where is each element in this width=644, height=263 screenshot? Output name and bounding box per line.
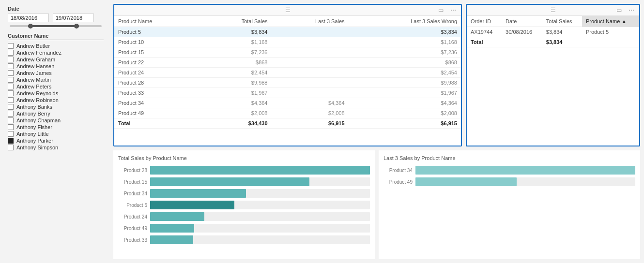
customer-name: Andrew Reynolds — [16, 90, 58, 96]
customer-checkbox[interactable] — [8, 50, 14, 56]
customer-name: Anthony Fisher — [16, 124, 52, 130]
customer-checkbox[interactable] — [8, 117, 14, 123]
customer-item[interactable]: Andrew James — [8, 70, 104, 76]
date-start-input[interactable]: 18/08/2016 — [8, 14, 49, 22]
col-date: Date — [502, 16, 542, 27]
date-slider[interactable] — [10, 25, 102, 27]
table-row[interactable]: Product 28$9,988$9,988 — [114, 78, 461, 88]
table-row[interactable]: Product 10$1,168$1,168 — [114, 37, 461, 47]
detail-row[interactable]: AX1974430/08/2016$3,834Product 5 — [467, 27, 639, 37]
customer-checkbox[interactable] — [8, 145, 14, 150]
customer-item[interactable]: Anthony Banks — [8, 104, 104, 110]
detail-table-icon: ☰ — [551, 7, 556, 14]
main-table-panel: ☰ ⋯ ▭ Product Name Total Sales Last 3 Sa… — [113, 4, 462, 146]
bar-row: Product 33 — [118, 235, 370, 244]
customer-name: Andrew Graham — [16, 57, 55, 62]
top-row: ☰ ⋯ ▭ Product Name Total Sales Last 3 Sa… — [113, 4, 640, 146]
customer-checkbox[interactable] — [8, 104, 14, 110]
customer-checkbox[interactable] — [8, 131, 14, 137]
customer-item[interactable]: Anthony Berry — [8, 111, 104, 117]
bottom-row: Total Sales by Product Name Product 28Pr… — [113, 150, 640, 259]
bar-background — [415, 177, 635, 186]
customer-name: Anthony Banks — [16, 104, 52, 110]
detail-more-options[interactable]: ⋯ — [629, 7, 635, 14]
bar-label: Product 5 — [118, 203, 147, 208]
expand-icon[interactable]: ▭ — [438, 7, 444, 14]
customer-item[interactable]: Anthony Simpson — [8, 145, 104, 150]
slider-thumb-left[interactable] — [28, 24, 33, 29]
bar-row: Product 49 — [118, 224, 370, 233]
right-bar-chart: Product 34Product 49 — [383, 166, 635, 186]
detail-expand-icon[interactable]: ▭ — [616, 7, 622, 14]
table-row[interactable]: Product 24$2,454$2,454 — [114, 68, 461, 78]
more-options-icon[interactable]: ⋯ — [450, 7, 457, 14]
col-order-id: Order ID — [467, 16, 502, 27]
customer-checkbox[interactable] — [8, 90, 14, 96]
customer-item[interactable]: Andrew Hansen — [8, 63, 104, 69]
table-row[interactable]: Product 22$868$868 — [114, 58, 461, 68]
bar-background — [150, 166, 370, 175]
customer-checkbox[interactable] — [8, 138, 14, 144]
customer-name: Andrew Robinson — [16, 97, 59, 103]
bar-label: Product 34 — [383, 168, 413, 173]
bar-row: Product 34 — [383, 166, 635, 175]
bar-row: Product 28 — [118, 166, 370, 175]
customer-name: Anthony Chapman — [16, 117, 61, 123]
table-header-row: Product Name Total Sales Last 3 Sales La… — [114, 16, 461, 27]
customer-name: Anthony Berry — [16, 111, 50, 117]
table-row[interactable]: Product 34$4,364$4,364$4,364 — [114, 98, 461, 108]
customer-checkbox[interactable] — [8, 57, 14, 62]
customer-checkbox[interactable] — [8, 84, 14, 89]
bar-fill — [150, 189, 246, 198]
table-row[interactable]: Product 5$3,834$3,834 — [114, 27, 461, 37]
left-chart-title: Total Sales by Product Name — [118, 155, 370, 161]
customer-item[interactable]: Andrew Fernandez — [8, 50, 104, 56]
customer-name: Anthony Simpson — [16, 145, 58, 150]
main-table: Product Name Total Sales Last 3 Sales La… — [114, 16, 461, 129]
col-product-name: Product Name — [114, 16, 201, 27]
bar-fill — [150, 235, 193, 244]
bar-background — [150, 224, 370, 233]
customer-item[interactable]: Anthony Fisher — [8, 124, 104, 130]
customer-item[interactable]: Andrew Reynolds — [8, 90, 104, 96]
date-inputs: 18/08/2016 19/07/2018 — [8, 14, 104, 22]
bar-label: Product 15 — [118, 179, 147, 185]
customer-checkbox[interactable] — [8, 43, 14, 49]
customer-name: Andrew Martin — [16, 77, 51, 83]
customer-item[interactable]: Andrew Robinson — [8, 97, 104, 103]
customer-item[interactable]: Andrew Butler — [8, 43, 104, 49]
customer-item[interactable]: Anthony Chapman — [8, 117, 104, 123]
table-row[interactable]: Product 33$1,967$1,967 — [114, 88, 461, 98]
customer-checkbox[interactable] — [8, 97, 14, 103]
bar-fill — [415, 177, 517, 186]
col-detail-total: Total Sales — [542, 16, 582, 27]
bar-label: Product 49 — [118, 226, 147, 231]
right-chart-panel: Last 3 Sales by Product Name Product 34P… — [379, 150, 640, 259]
customer-name: Anthony Parker — [16, 138, 53, 144]
customer-checkbox[interactable] — [8, 77, 14, 83]
customer-checkbox[interactable] — [8, 70, 14, 76]
table-row[interactable]: Product 49$2,008$2,008$2,008 — [114, 108, 461, 118]
col-last3-wrong: Last 3 Sales Wrong — [349, 16, 461, 27]
date-end-input[interactable]: 19/07/2018 — [53, 14, 94, 22]
customer-name: Anthony Little — [16, 131, 49, 137]
customer-item[interactable]: Andrew Martin — [8, 77, 104, 83]
table-row[interactable]: Product 15$7,236$7,236 — [114, 47, 461, 58]
customer-item[interactable]: Andrew Graham — [8, 57, 104, 62]
slider-fill — [28, 25, 79, 27]
customer-list: Andrew ButlerAndrew FernandezAndrew Grah… — [8, 43, 104, 150]
bar-fill — [150, 201, 234, 209]
table-scroll[interactable]: Product Name Total Sales Last 3 Sales La… — [114, 16, 461, 129]
customer-name: Andrew Butler — [16, 43, 50, 49]
bar-fill — [415, 166, 635, 175]
customer-item[interactable]: Andrew Peters — [8, 84, 104, 89]
customer-checkbox[interactable] — [8, 63, 14, 69]
bar-label: Product 24 — [118, 214, 147, 219]
customer-item[interactable]: Anthony Parker — [8, 138, 104, 144]
slider-thumb-right[interactable] — [74, 24, 79, 29]
customer-name: Andrew Fernandez — [16, 50, 61, 56]
customer-checkbox[interactable] — [8, 124, 14, 130]
customer-checkbox[interactable] — [8, 111, 14, 117]
detail-table: Order ID Date Total Sales Product Name ▲… — [467, 16, 639, 47]
customer-item[interactable]: Anthony Little — [8, 131, 104, 137]
